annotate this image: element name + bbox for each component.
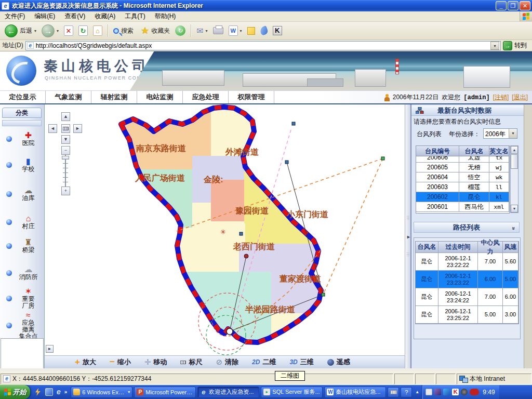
tab-station-monitor[interactable]: 电站监测 bbox=[137, 91, 183, 103]
typhoon-panel-header[interactable]: 最新台风实时数据 bbox=[411, 105, 524, 116]
stop-button[interactable]: ✕ bbox=[61, 24, 76, 37]
help-language-button[interactable]: ? bbox=[401, 387, 412, 397]
table-row[interactable]: 昆仑 2006-12-1 23:24:22 7.00 6.00 bbox=[416, 288, 518, 306]
point-blue-1[interactable] bbox=[292, 122, 295, 125]
close-button[interactable]: ✕ bbox=[520, 1, 530, 10]
sidebar-item-village[interactable]: ⌂ 村庄 bbox=[0, 215, 45, 230]
menu-favorites[interactable]: 收藏(A) bbox=[90, 11, 120, 22]
home-button[interactable]: ⌂ bbox=[90, 24, 105, 37]
menu-tools[interactable]: 工具(T) bbox=[120, 11, 150, 22]
col-wind-speed[interactable]: 风速 bbox=[503, 242, 518, 253]
input-method-button[interactable] bbox=[388, 387, 399, 397]
sidebar-item-school[interactable]: ▮ 学校 bbox=[0, 157, 45, 172]
pan-down-button[interactable]: ▼ bbox=[61, 135, 70, 144]
table-row[interactable]: 200606 太虚 tx bbox=[416, 156, 509, 163]
pan-left-button[interactable]: ◄ bbox=[48, 124, 57, 133]
history-button[interactable]: ↻ bbox=[172, 24, 188, 37]
tab-permission-manage[interactable]: 权限管理 bbox=[229, 91, 274, 103]
pan-right-button[interactable]: ► bbox=[73, 124, 82, 133]
zoom-slider-handle[interactable] bbox=[62, 156, 69, 159]
path-list-bar[interactable]: 路径列表 » bbox=[414, 222, 520, 233]
sidebar-item-fire-station[interactable]: ☁ 消防所 bbox=[0, 265, 45, 281]
map-zoom-out-tool[interactable]: − 缩小 bbox=[110, 357, 131, 367]
point-darkred[interactable] bbox=[244, 254, 248, 258]
map-ruler-tool[interactable]: 标尺 bbox=[180, 357, 202, 367]
zoom-out-button[interactable]: − bbox=[61, 146, 70, 155]
show-desktop-icon[interactable] bbox=[45, 388, 53, 396]
col-typhoon-id[interactable]: 台风编号 bbox=[416, 146, 459, 156]
map-clear-tool[interactable]: ⊘ 清除 bbox=[216, 357, 238, 367]
panel-splitter[interactable]: ∷∷ ► ∷∷ bbox=[405, 104, 411, 368]
collapse-chevron-icon[interactable]: » bbox=[508, 227, 518, 230]
forward-dropdown-icon[interactable]: ▾ bbox=[57, 29, 59, 33]
tab-weather-monitor[interactable]: 气象监测 bbox=[46, 91, 91, 103]
point-white-center[interactable] bbox=[227, 328, 233, 335]
browser-scroll-strip[interactable] bbox=[524, 104, 532, 372]
task-powerpoint[interactable]: P Microsoft PowerP... bbox=[134, 387, 196, 398]
menu-view[interactable]: 查看(V) bbox=[60, 11, 90, 22]
antivirus-button[interactable]: K bbox=[270, 25, 285, 36]
tab-locate-display[interactable]: 定位显示 bbox=[0, 91, 46, 103]
table-row-selected[interactable]: 昆仑 2006-12-1 23:23:22 6.00 5.00 bbox=[416, 271, 518, 288]
tray-expand-icon[interactable]: ▲ bbox=[415, 390, 419, 394]
splitter-collapse-arrow[interactable]: ► bbox=[406, 234, 411, 240]
map-pan-tool[interactable]: ✛ 移动 bbox=[144, 357, 167, 367]
col-typhoon-name[interactable]: 台风名 bbox=[459, 146, 489, 156]
print-button[interactable] bbox=[210, 26, 226, 35]
address-input[interactable]: e http://localhost/QSgridwebgis/default.… bbox=[25, 41, 501, 50]
favorites-button[interactable]: ▲ ★ 收藏夹 bbox=[136, 24, 172, 37]
mail-dropdown-icon[interactable]: ▾ bbox=[206, 29, 208, 33]
exit-link[interactable]: [退出] bbox=[512, 93, 528, 102]
tab-radiation-monitor[interactable]: 辐射监测 bbox=[91, 91, 137, 103]
map-2d-tool[interactable]: 2D 二维 bbox=[252, 357, 276, 367]
district-map[interactable]: ✳ 南京东路街道 外滩街道 人民广场街道 金陵: 豫园街道 小东门街道 老西门街… bbox=[45, 104, 405, 355]
scroll-up-icon[interactable]: ▲ bbox=[511, 146, 518, 154]
table-row[interactable]: 昆仑 2006-12-1 23:22:22 7.00 5.60 bbox=[416, 253, 518, 271]
sidebar-item-assembly-point[interactable]: ≈ 应急 撤离 集合点 bbox=[0, 311, 45, 340]
task-word-doc[interactable]: W 秦山核电站应急... bbox=[324, 387, 386, 398]
go-button[interactable]: → 转到 bbox=[503, 41, 530, 50]
task-windows-explorer-group[interactable]: 6 Windows Expl... ▾ bbox=[71, 387, 132, 398]
point-blue-3[interactable] bbox=[240, 232, 243, 235]
quicklaunch-app-icon[interactable] bbox=[34, 388, 42, 396]
back-button[interactable]: ← 后退 ▾ bbox=[2, 23, 39, 38]
scroll-down-icon[interactable]: ▼ bbox=[511, 205, 518, 212]
address-dropdown-button[interactable]: ▾ bbox=[490, 42, 499, 50]
pan-center-button[interactable] bbox=[61, 124, 70, 133]
sidebar-header[interactable]: 分类 bbox=[2, 108, 42, 118]
year-dropdown-icon[interactable]: ▾ bbox=[509, 129, 517, 138]
point-green-2[interactable] bbox=[322, 293, 325, 296]
quicklaunch-overflow-icon[interactable]: » bbox=[64, 389, 68, 395]
minimize-button[interactable]: _ bbox=[496, 1, 507, 10]
tray-utility-icon[interactable] bbox=[461, 389, 468, 395]
tray-network-icon[interactable] bbox=[434, 389, 441, 395]
discuss-button[interactable] bbox=[245, 26, 258, 36]
map-zoom-in-tool[interactable]: + 放大 bbox=[75, 357, 96, 367]
sidebar-item-oil-depot[interactable]: ☁ 油库 bbox=[0, 187, 45, 202]
tab-emergency-handle[interactable]: 应急处理 bbox=[183, 91, 229, 103]
map-3d-tool[interactable]: 3D 三维 bbox=[289, 357, 313, 367]
table-row[interactable]: 200605 无稽 wj bbox=[416, 163, 509, 172]
sidebar-expand-button[interactable]: ► bbox=[46, 345, 54, 353]
quicklaunch-ie-icon[interactable]: e bbox=[57, 388, 61, 396]
map-remote-sensing-tool[interactable]: 遥感 bbox=[327, 357, 350, 367]
back-dropdown-icon[interactable]: ▾ bbox=[34, 29, 36, 33]
tray-kaspersky-icon[interactable]: K bbox=[452, 389, 459, 395]
refresh-button[interactable]: ↻ bbox=[76, 24, 90, 37]
col-name[interactable]: 台风名 bbox=[416, 242, 438, 253]
edit-word-button[interactable]: W ▾ bbox=[226, 24, 245, 37]
word-dropdown-icon[interactable]: ▾ bbox=[240, 29, 242, 33]
year-select[interactable]: 2006年 ▾ bbox=[483, 128, 517, 139]
tray-ati-icon[interactable] bbox=[470, 389, 479, 395]
menu-edit[interactable]: 编辑(E) bbox=[30, 11, 60, 22]
restore-button[interactable]: ❐ bbox=[508, 1, 518, 10]
zoom-in-button[interactable]: + bbox=[61, 187, 70, 195]
sidebar-item-hospital[interactable]: ✚ 医院 bbox=[0, 131, 45, 147]
table-row[interactable]: 昆仑 2006-12-1 23:25:22 5.00 3.00 bbox=[416, 306, 518, 324]
table-row[interactable]: 200603 榴莲 ll bbox=[416, 182, 509, 192]
menu-help[interactable]: 帮助(H) bbox=[150, 11, 181, 22]
point-green-1[interactable] bbox=[381, 157, 384, 160]
typhoon-table-scrollbar[interactable]: ▲ ▼ bbox=[510, 145, 518, 213]
messenger-button[interactable] bbox=[258, 25, 270, 36]
sidebar-item-bridge[interactable]: ♜ 桥梁 bbox=[0, 238, 45, 254]
